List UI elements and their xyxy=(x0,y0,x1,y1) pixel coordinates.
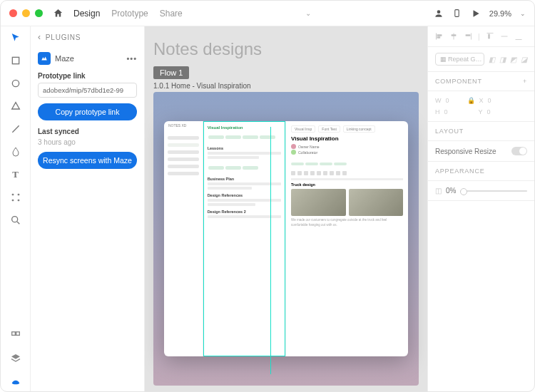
titlebar: Design Prototype Share ⌄ 29.9% ⌄ xyxy=(1,1,534,26)
align-middle-icon[interactable] xyxy=(500,32,509,41)
svg-rect-15 xyxy=(466,35,470,36)
mode-tabs: Design Prototype Share xyxy=(73,9,183,19)
tab-share[interactable]: Share xyxy=(160,9,183,19)
preview-sidebar xyxy=(164,121,203,356)
maze-logo-icon xyxy=(38,52,51,65)
svg-rect-2 xyxy=(12,57,19,63)
svg-rect-11 xyxy=(437,37,440,38)
align-bottom-icon[interactable] xyxy=(514,32,523,41)
svg-rect-13 xyxy=(452,35,456,36)
zoom-dropdown-icon[interactable]: ⌄ xyxy=(520,10,526,17)
artboard-label[interactable]: 1.0.1 Home - Visual Inspiration xyxy=(153,82,251,90)
svg-point-0 xyxy=(437,10,440,14)
last-synced-label: Last synced xyxy=(38,128,137,135)
copy-link-button[interactable]: Copy prototype link xyxy=(38,103,137,120)
svg-point-3 xyxy=(12,80,19,86)
artboard-tool-icon[interactable] xyxy=(10,192,21,203)
zoom-tool-icon[interactable] xyxy=(10,215,21,226)
plugin-menu-icon[interactable]: ••• xyxy=(126,54,137,63)
pen-tool-icon[interactable] xyxy=(10,146,21,158)
layers-panel-icon[interactable] xyxy=(10,353,21,364)
window-controls[interactable] xyxy=(9,9,43,17)
panel-title: PLUGINS xyxy=(46,33,81,41)
plugin-name: Maze xyxy=(55,54,122,63)
ellipse-tool-icon[interactable] xyxy=(10,78,21,89)
align-right-icon[interactable] xyxy=(464,32,472,41)
tab-prototype[interactable]: Prototype xyxy=(111,9,148,19)
play-icon[interactable] xyxy=(471,9,481,19)
line-tool-icon[interactable] xyxy=(10,123,21,135)
right-panel: | ▦Repeat G… ◧ ◨ ◩ ◪ COMPONENT + W 🔒 X xyxy=(427,26,534,392)
user-icon[interactable] xyxy=(434,9,444,19)
y-field[interactable] xyxy=(487,108,504,115)
canvas-title: Notes designs xyxy=(153,39,262,59)
prototype-link-label: Prototype link xyxy=(38,72,137,80)
canvas[interactable]: Notes designs Flow 1 1.0.1 Home - Visual… xyxy=(145,26,427,392)
minimize-window-icon[interactable] xyxy=(22,9,30,17)
notes-app-preview: NOTES XD Visual Inspiration Lessons Busi… xyxy=(164,121,408,356)
assets-panel-icon[interactable] xyxy=(10,330,21,341)
preview-right-title: Visual Inspiration xyxy=(291,135,403,142)
opacity-slider[interactable] xyxy=(460,190,527,192)
responsive-toggle[interactable] xyxy=(511,147,527,155)
mobile-preview-icon[interactable] xyxy=(452,9,462,19)
polygon-tool-icon[interactable] xyxy=(10,100,21,112)
width-field[interactable] xyxy=(446,97,463,104)
artboard[interactable]: NOTES XD Visual Inspiration Lessons Busi… xyxy=(153,92,419,386)
text-tool-icon[interactable]: T xyxy=(10,169,21,180)
responsive-resize-label: Responsive Resize xyxy=(435,148,496,155)
boolean-exclude-icon[interactable]: ◪ xyxy=(521,56,527,63)
tab-design[interactable]: Design xyxy=(73,9,100,19)
x-field[interactable] xyxy=(488,97,505,104)
plugins-panel-icon[interactable] xyxy=(10,376,21,387)
select-tool-icon[interactable] xyxy=(10,32,21,43)
tool-strip: T xyxy=(1,26,31,392)
back-icon[interactable]: ‹ xyxy=(38,32,41,42)
svg-rect-7 xyxy=(11,332,15,336)
last-synced-value: 3 hours ago xyxy=(38,138,137,146)
flow-badge[interactable]: Flow 1 xyxy=(153,66,189,79)
align-row: | xyxy=(428,26,534,47)
close-window-icon[interactable] xyxy=(9,9,17,17)
boolean-intersect-icon[interactable]: ◩ xyxy=(510,56,516,63)
svg-rect-17 xyxy=(488,34,489,38)
svg-point-5 xyxy=(11,217,17,222)
add-component-icon[interactable]: + xyxy=(523,78,527,85)
component-header: COMPONENT xyxy=(435,78,482,85)
opacity-icon: ◫ xyxy=(435,187,442,195)
layout-header: LAYOUT xyxy=(435,128,464,135)
boolean-subtract-icon[interactable]: ◨ xyxy=(499,56,506,63)
svg-rect-1 xyxy=(455,10,459,17)
appearance-header: APPEARANCE xyxy=(435,167,485,175)
preview-app-title: NOTES XD xyxy=(168,123,187,128)
boolean-add-icon[interactable]: ◧ xyxy=(489,56,495,63)
prototype-link-field[interactable]: adobexd/mip/57dbd1e2-99 xyxy=(38,83,137,98)
svg-line-6 xyxy=(17,222,19,224)
preview-middle-pane: Visual Inspiration Lessons Business Plan… xyxy=(203,121,286,356)
svg-rect-8 xyxy=(16,332,19,336)
rectangle-tool-icon[interactable] xyxy=(10,55,21,66)
align-top-icon[interactable] xyxy=(486,32,494,41)
align-center-h-icon[interactable] xyxy=(449,32,458,41)
document-dropdown-icon[interactable]: ⌄ xyxy=(305,9,311,17)
home-icon[interactable] xyxy=(53,8,63,19)
svg-line-4 xyxy=(12,125,19,132)
preview-right-pane: Visual Insp Font Test Linking concept Vi… xyxy=(286,121,408,356)
svg-rect-10 xyxy=(437,35,442,36)
resync-button[interactable]: Resync screens with Maze xyxy=(38,152,137,169)
align-left-icon[interactable] xyxy=(435,32,444,41)
opacity-value[interactable]: 0% xyxy=(446,187,456,195)
maximize-window-icon[interactable] xyxy=(35,9,43,17)
height-field[interactable] xyxy=(444,108,462,115)
repeat-grid-button[interactable]: ▦Repeat G… xyxy=(435,53,484,66)
zoom-level[interactable]: 29.9% xyxy=(489,9,511,18)
left-panel: ‹ PLUGINS Maze ••• Prototype link adobex… xyxy=(31,26,145,392)
